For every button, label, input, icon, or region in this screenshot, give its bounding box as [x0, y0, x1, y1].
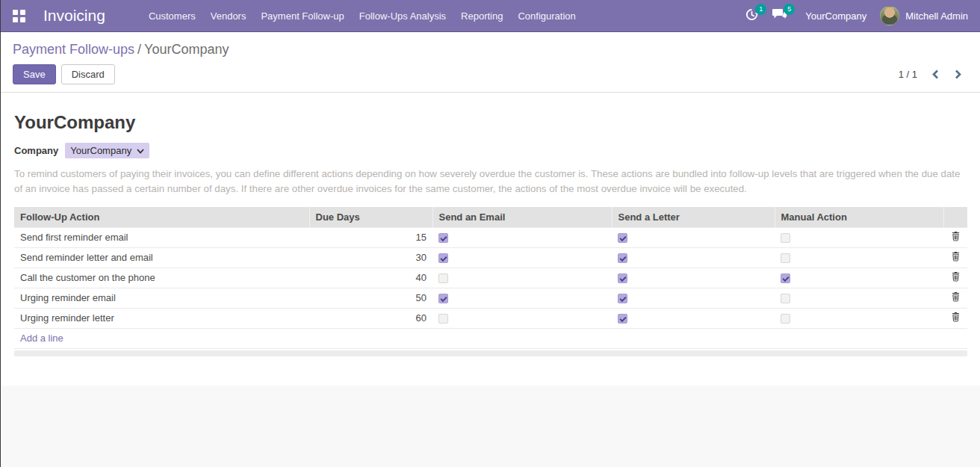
breadcrumb-parent-link[interactable]: Payment Follow-ups [13, 42, 134, 57]
send-email-checkbox[interactable] [438, 314, 448, 324]
table-row: Send first reminder email 15 [14, 227, 967, 247]
due-days-cell[interactable]: 40 [309, 267, 432, 288]
add-line-row: Add a line [14, 328, 967, 348]
pager-count: 1 / 1 [899, 69, 917, 80]
page: Invoicing Customers Vendors Payment Foll… [1, 0, 980, 467]
activity-count-badge: 1 [755, 4, 766, 15]
action-cell[interactable]: Urging reminder letter [14, 308, 309, 328]
header-send-a-letter: Send a Letter [612, 207, 775, 227]
messages-button[interactable]: 5 [772, 7, 787, 24]
pager-previous-icon[interactable] [931, 69, 940, 79]
control-panel: Payment Follow-ups/YourCompany Save Disc… [1, 32, 980, 93]
due-days-cell[interactable]: 15 [309, 227, 432, 247]
table-row: Send reminder letter and email 30 [14, 247, 967, 267]
form-sheet: YourCompany Company YourCompany To remin… [1, 93, 980, 356]
action-cell[interactable]: Send reminder letter and email [14, 247, 309, 267]
sheet-background [0, 386, 980, 467]
send-email-checkbox[interactable] [438, 294, 448, 303]
send-letter-checkbox[interactable] [618, 253, 627, 263]
send-letter-checkbox[interactable] [618, 314, 627, 324]
action-cell[interactable]: Urging reminder email [14, 288, 309, 308]
company-select[interactable]: YourCompany [65, 143, 149, 158]
save-button[interactable]: Save [13, 64, 56, 84]
manual-action-checkbox[interactable] [781, 273, 790, 283]
nav-item-configuration[interactable]: Configuration [518, 10, 575, 22]
systray-company-switcher[interactable]: YourCompany [805, 10, 866, 22]
manual-action-checkbox[interactable] [781, 294, 790, 303]
delete-row-icon[interactable] [952, 312, 960, 322]
avatar [880, 6, 899, 25]
top-navbar: Invoicing Customers Vendors Payment Foll… [1, 0, 980, 32]
manual-action-checkbox[interactable] [781, 253, 790, 263]
send-letter-checkbox[interactable] [618, 233, 627, 243]
chevron-down-icon [137, 145, 144, 156]
main-menu: Customers Vendors Payment Follow-up Foll… [149, 10, 576, 22]
add-line-link[interactable]: Add a line [20, 333, 63, 344]
pager: 1 / 1 [899, 69, 962, 80]
send-letter-checkbox[interactable] [618, 294, 627, 303]
user-menu[interactable]: Mitchell Admin [880, 6, 968, 25]
apps-menu-icon[interactable] [13, 10, 25, 22]
send-email-checkbox[interactable] [438, 273, 448, 283]
page-title: YourCompany [14, 112, 967, 133]
nav-item-follow-ups-analysis[interactable]: Follow-Ups Analysis [359, 10, 446, 22]
table-row: Urging reminder email 50 [14, 288, 967, 308]
delete-row-icon[interactable] [952, 272, 960, 282]
send-email-checkbox[interactable] [438, 253, 448, 263]
due-days-cell[interactable]: 60 [309, 308, 432, 328]
help-text: To remind customers of paying their invo… [14, 167, 967, 196]
nav-item-reporting[interactable]: Reporting [461, 10, 503, 22]
breadcrumb-current: YourCompany [144, 42, 229, 57]
table-row: Call the customer on the phone 40 [14, 267, 967, 288]
header-send-an-email: Send an Email [432, 207, 612, 227]
delete-row-icon[interactable] [952, 292, 960, 302]
discard-button[interactable]: Discard [61, 64, 115, 84]
company-field-label: Company [14, 145, 58, 156]
table-horizontal-scrollbar[interactable] [14, 350, 967, 356]
form-buttons: Save Discard [13, 64, 968, 84]
nav-item-customers[interactable]: Customers [149, 10, 196, 22]
company-select-value: YourCompany [70, 145, 131, 156]
header-manual-action: Manual Action [775, 207, 943, 227]
nav-item-payment-follow-up[interactable]: Payment Follow-up [261, 10, 344, 22]
delete-row-icon[interactable] [952, 252, 960, 262]
send-letter-checkbox[interactable] [618, 273, 627, 283]
due-days-cell[interactable]: 50 [309, 288, 432, 308]
action-cell[interactable]: Call the customer on the phone [14, 267, 309, 288]
send-email-checkbox[interactable] [438, 233, 448, 243]
header-follow-up-action: Follow-Up Action [14, 207, 309, 227]
breadcrumb-separator: / [134, 42, 144, 57]
user-name: Mitchell Admin [905, 10, 968, 22]
company-field-row: Company YourCompany [14, 143, 967, 158]
app-name[interactable]: Invoicing [43, 7, 105, 25]
header-actions [943, 207, 967, 227]
delete-row-icon[interactable] [952, 232, 960, 241]
pager-next-icon[interactable] [954, 69, 962, 79]
action-cell[interactable]: Send first reminder email [14, 227, 309, 247]
activities-button[interactable]: 1 [745, 7, 759, 25]
systray: 1 5 YourCompany Mitchell Admin [745, 6, 968, 25]
header-due-days: Due Days [309, 207, 432, 227]
manual-action-checkbox[interactable] [781, 233, 790, 243]
breadcrumb: Payment Follow-ups/YourCompany [13, 42, 968, 58]
message-count-badge: 5 [784, 4, 795, 15]
due-days-cell[interactable]: 30 [309, 247, 432, 267]
nav-item-vendors[interactable]: Vendors [211, 10, 246, 22]
table-row: Urging reminder letter 60 [14, 308, 967, 328]
manual-action-checkbox[interactable] [781, 314, 790, 324]
followup-levels-table: Follow-Up Action Due Days Send an Email … [14, 207, 967, 349]
table-header-row: Follow-Up Action Due Days Send an Email … [14, 207, 967, 227]
